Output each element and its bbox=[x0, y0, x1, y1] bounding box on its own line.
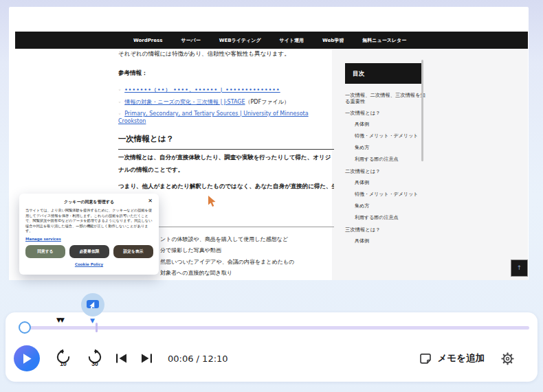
paragraph-1: 一次情報とは、自分が直接体験したり、調査や実験を行ったりして得た、オリジナルの情… bbox=[118, 151, 334, 176]
note-marker-icon[interactable]: ▼ bbox=[90, 317, 95, 324]
settings-button[interactable] bbox=[501, 352, 514, 365]
previous-marker-button[interactable] bbox=[115, 353, 128, 364]
nav-item-4[interactable]: Web学習 bbox=[322, 37, 344, 44]
references-list: ◦•••••••（••） ••••、•••••• | •••••••••••••… bbox=[118, 87, 334, 129]
list-bullet-icon: ◦ bbox=[118, 87, 121, 93]
skip-forward-30-button[interactable]: 30 bbox=[87, 349, 103, 368]
reference-item: ◦情報の対象・ニーズの変化 - 三次情報 | J-STAGE（PDFファイル） bbox=[118, 99, 334, 106]
toc-item-6[interactable]: 二次情報とは？ bbox=[345, 168, 429, 174]
chapter-markers-icon[interactable]: ▼▼ bbox=[56, 316, 63, 323]
note-marker-badge[interactable] bbox=[81, 293, 104, 316]
reference-link[interactable]: Primary, Secondary, and Tertiary Sources… bbox=[118, 111, 309, 124]
back-to-top-button[interactable]: ↑ bbox=[511, 260, 528, 277]
playhead-handle[interactable] bbox=[19, 321, 31, 334]
example-list-item: 然思いついたアイデアや、会議の内容をまとめたもの bbox=[160, 257, 294, 268]
nav-item-5[interactable]: 無料ニュースレター bbox=[362, 37, 406, 44]
gear-icon bbox=[501, 352, 514, 365]
toc-item-4[interactable]: 集め方 bbox=[355, 145, 429, 151]
site-navbar: WordPressサーバーWEBライティングサイト運用Web学習無料ニュースレタ… bbox=[15, 32, 528, 49]
toc-item-3[interactable]: 特徴・メリット・デメリット bbox=[355, 133, 429, 139]
toc-item-1[interactable]: 一次情報とは？ bbox=[345, 110, 429, 116]
list-bullet-icon: ◦ bbox=[118, 100, 121, 105]
manage-services-link[interactable]: Manage services bbox=[25, 237, 61, 241]
memo-note-icon bbox=[420, 353, 432, 365]
cookie-policy-link[interactable]: Cookie Policy bbox=[19, 262, 159, 266]
toc-item-0[interactable]: 一次情報、二次情報、三次情報を知る重要性 bbox=[345, 92, 429, 104]
cookie-consent-dialog: クッキーの同意を管理する ✕ 当サイトでは、より良い閲覧体験を提供するために、ク… bbox=[19, 194, 159, 275]
nav-item-2[interactable]: WEBライティング bbox=[219, 37, 261, 44]
paragraph-2: つまり、他人がまとめたり解釈したものではなく、あなた自身が直接的に得た、生の情報… bbox=[118, 183, 334, 191]
toc-list: 一次情報、二次情報、三次情報を知る重要性一次情報とは？具体例特徴・メリット・デメ… bbox=[345, 92, 429, 250]
toc-title: 目次 bbox=[345, 63, 422, 84]
reference-item: ◦Primary, Secondary, and Tertiary Source… bbox=[118, 111, 334, 124]
toc-item-8[interactable]: 特徴・メリット・デメリット bbox=[355, 192, 429, 198]
video-player-bar: ▼▼ ▼ 10 30 bbox=[5, 312, 538, 382]
toc-scrollbar[interactable] bbox=[421, 60, 423, 161]
reference-suffix: （PDFファイル） bbox=[245, 99, 289, 105]
toc-item-5[interactable]: 利用する際の注意点 bbox=[355, 157, 429, 163]
time-display: 00:06 / 12:10 bbox=[168, 354, 228, 364]
toc-item-10[interactable]: 利用する際の注意点 bbox=[355, 215, 429, 221]
toc-item-11[interactable]: 三次情報とは？ bbox=[345, 227, 429, 233]
note-position-tick bbox=[96, 323, 98, 332]
nav-item-3[interactable]: サイト運用 bbox=[280, 37, 304, 44]
mouse-cursor-icon bbox=[208, 196, 217, 210]
play-button[interactable] bbox=[14, 345, 40, 371]
reference-link[interactable]: •••••••（••） ••••、•••••• | •••••••••••••• bbox=[124, 87, 280, 93]
close-icon[interactable]: ✕ bbox=[148, 198, 153, 204]
minimum-required-button[interactable]: 必要最低限 bbox=[69, 245, 109, 258]
example-list: ントの体験談や、商品を購入して使用した感想など分で撮影した写真や動画然思いついた… bbox=[160, 234, 294, 279]
add-memo-button[interactable]: メモを追加 bbox=[420, 352, 485, 365]
cookie-dialog-title: クッキーの同意を管理する bbox=[19, 199, 159, 205]
next-marker-button[interactable] bbox=[140, 353, 153, 364]
previous-marker-icon bbox=[115, 353, 128, 364]
click-cursor-icon bbox=[85, 297, 100, 312]
references-label: 参考情報： bbox=[118, 69, 334, 78]
reference-item: ◦•••••••（••） ••••、•••••• | •••••••••••••… bbox=[118, 87, 334, 94]
section-heading: 一次情報とは？ bbox=[118, 134, 334, 150]
play-icon bbox=[22, 353, 32, 365]
example-list-item: 分で撮影した写真や動画 bbox=[160, 245, 294, 256]
add-memo-label: メモを追加 bbox=[438, 352, 485, 365]
skip-back-10-button[interactable]: 10 bbox=[55, 349, 71, 368]
article-intro-text: それぞれの情報には特徴があり、信頼性や客観性も異なります。 bbox=[118, 50, 334, 58]
nav-item-1[interactable]: サーバー bbox=[181, 37, 200, 44]
list-bullet-icon: ◦ bbox=[118, 111, 121, 117]
progress-bar[interactable] bbox=[25, 326, 529, 330]
example-list-item: 対象者への直接的な聞き取り bbox=[160, 268, 294, 279]
toc-item-2[interactable]: 具体例 bbox=[355, 122, 429, 128]
skip-forward-amount: 30 bbox=[87, 360, 103, 367]
toc-item-7[interactable]: 具体例 bbox=[355, 180, 429, 186]
cookie-dialog-body: 当サイトでは、より良い閲覧体験を提供するために、クッキーなどの技術を使用してデバ… bbox=[25, 208, 153, 234]
reference-link[interactable]: 情報の対象・ニーズの変化 - 三次情報 | J-STAGE bbox=[124, 99, 245, 105]
next-marker-icon bbox=[140, 353, 153, 364]
agree-button[interactable]: 同意する bbox=[25, 245, 65, 258]
cookie-buttons-row: 同意する必要最低限設定を表示 bbox=[25, 245, 153, 258]
toc-item-12[interactable]: 具体例 bbox=[355, 238, 429, 244]
skip-back-amount: 10 bbox=[55, 360, 71, 367]
show-settings-button[interactable]: 設定を表示 bbox=[113, 245, 153, 258]
player-controls: 10 30 00:06 / 12:10 bbox=[14, 344, 514, 373]
toc-item-9[interactable]: 集め方 bbox=[355, 203, 429, 209]
example-list-item: ントの体験談や、商品を購入して使用した感想など bbox=[160, 234, 294, 245]
nav-item-0[interactable]: WordPress bbox=[133, 38, 162, 43]
